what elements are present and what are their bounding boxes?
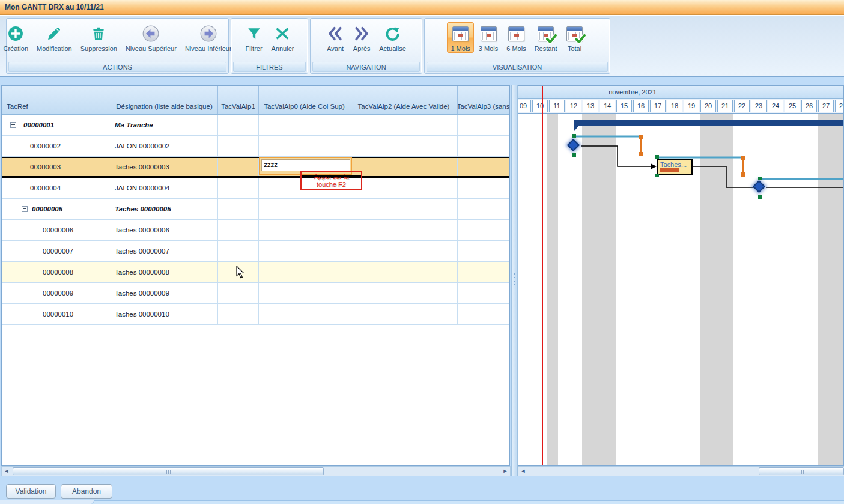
table-row[interactable]: 00000006Taches 00000006 [2, 220, 509, 241]
cell-value[interactable] [458, 178, 509, 198]
cell-tacref[interactable]: 00000001 [2, 115, 111, 135]
table-hscrollbar[interactable]: ◄ ► [1, 466, 511, 476]
scroll-left-icon[interactable]: ◄ [2, 467, 11, 475]
validation-button[interactable]: Validation [6, 484, 56, 499]
link-handle-orange[interactable] [741, 156, 745, 160]
cell-value[interactable] [350, 199, 458, 219]
table-row[interactable]: 00000004JALON 00000004 [2, 178, 509, 199]
suppression-button[interactable]: Suppression [77, 22, 121, 53]
cell-value[interactable] [218, 199, 259, 219]
cell-value[interactable] [458, 241, 509, 261]
cell-value[interactable] [350, 262, 458, 282]
cell-value[interactable] [218, 178, 259, 198]
cell-value[interactable] [218, 220, 259, 240]
collapse-toggle-icon[interactable] [22, 206, 28, 212]
milestone-handle[interactable] [572, 134, 576, 138]
cell-designation[interactable]: Taches 00000007 [111, 241, 218, 261]
collapse-toggle-icon[interactable] [10, 122, 16, 128]
milestone-handle[interactable] [572, 153, 576, 157]
niveau-inferieur-button[interactable]: Niveau Inférieur [181, 22, 235, 53]
summary-task-bar[interactable] [574, 120, 843, 126]
cell-value[interactable] [259, 283, 350, 303]
table-row[interactable]: 00000002JALON 00000002 [2, 136, 509, 157]
cell-value[interactable] [218, 158, 259, 176]
cell-value[interactable] [458, 158, 509, 176]
cell-value[interactable] [350, 241, 458, 261]
vue-3-mois-button[interactable]: 3 Mois [475, 22, 502, 53]
actualise-button[interactable]: Actualise [375, 22, 410, 53]
cell-value[interactable] [218, 115, 259, 135]
cell-designation[interactable]: Taches 00000005 [111, 199, 218, 219]
cell-value[interactable] [259, 115, 350, 135]
cell-tacref[interactable]: 00000007 [2, 241, 111, 261]
cell-value[interactable] [350, 115, 458, 135]
cell-designation[interactable]: Taches 00000008 [111, 262, 218, 282]
cell-value[interactable] [350, 283, 458, 303]
cell-designation[interactable]: Taches 00000009 [111, 283, 218, 303]
column-header[interactable]: TacValAlp2 (Aide Avec Valide) [350, 86, 458, 114]
cell-value[interactable] [350, 136, 458, 156]
cell-value[interactable] [259, 241, 350, 261]
column-header[interactable]: Désignation (liste aide basique) [111, 86, 218, 114]
cell-value[interactable] [458, 136, 509, 156]
cell-value[interactable] [218, 283, 259, 303]
niveau-superieur-button[interactable]: Niveau Supérieur [122, 22, 180, 53]
cell-value[interactable] [458, 199, 509, 219]
gantt-hscroll-thumb[interactable] [759, 467, 844, 475]
column-header[interactable]: TacRef [2, 86, 111, 114]
cell-designation[interactable]: Taches 00000006 [111, 220, 218, 240]
apres-button[interactable]: Après [349, 22, 374, 53]
table-row[interactable]: 00000007Taches 00000007 [2, 241, 509, 262]
gantt-hscrollbar[interactable]: ◄ [518, 466, 844, 476]
cell-tacref[interactable]: 00000003 [2, 158, 111, 176]
cell-value[interactable] [458, 283, 509, 303]
filtrer-button[interactable]: Filtrer [241, 22, 267, 53]
cell-value[interactable] [350, 220, 458, 240]
cell-value[interactable] [218, 136, 259, 156]
cell-value[interactable] [259, 220, 350, 240]
cell-edit-input[interactable]: zzzz [261, 159, 350, 171]
cell-value[interactable] [259, 304, 350, 324]
cell-designation[interactable]: Taches 00000010 [111, 304, 218, 324]
cell-tacref[interactable]: 00000004 [2, 178, 111, 198]
scroll-left-icon[interactable]: ◄ [519, 467, 527, 475]
vue-1-mois-button[interactable]: 1 Mois [447, 22, 473, 53]
cell-value[interactable] [259, 262, 350, 282]
column-header[interactable]: TacValAlp0 (Aide Col Sup) [259, 86, 350, 114]
task-handle[interactable] [655, 174, 659, 177]
cell-value[interactable] [350, 178, 458, 198]
avant-button[interactable]: Avant [323, 22, 348, 53]
title-bar[interactable]: Mon GANTT DRX au 10/11/21 [0, 0, 844, 15]
milestone-handle[interactable] [758, 195, 762, 199]
cell-tacref[interactable]: 00000006 [2, 220, 111, 240]
cell-value[interactable] [458, 262, 509, 282]
cell-value[interactable] [259, 199, 350, 219]
table-row[interactable]: 00000005Taches 00000005 [2, 199, 509, 220]
abandon-button[interactable]: Abandon [61, 484, 112, 499]
cell-value[interactable] [259, 136, 350, 156]
cell-tacref[interactable]: 00000005 [2, 199, 111, 219]
vue-6-mois-button[interactable]: 6 Mois [503, 22, 529, 53]
link-handle-orange[interactable] [639, 152, 643, 156]
table-row[interactable]: 00000010Taches 00000010 [2, 304, 509, 325]
cell-tacref[interactable]: 00000008 [2, 262, 111, 282]
vue-restant-button[interactable]: Restant [531, 22, 561, 53]
cell-designation[interactable]: JALON 00000002 [111, 136, 218, 156]
vue-total-button[interactable]: Total [562, 22, 587, 53]
cell-value[interactable] [458, 115, 509, 135]
milestone-handle[interactable] [758, 177, 762, 180]
cell-tacref[interactable]: 00000002 [2, 136, 111, 156]
cell-value[interactable] [458, 220, 509, 240]
column-header[interactable]: TacValAlp3 (sans [458, 86, 509, 114]
panel-splitter[interactable] [511, 85, 518, 476]
table-row[interactable]: 00000003Taches 00000003 [2, 157, 509, 178]
cell-designation[interactable]: Taches 00000003 [111, 158, 218, 176]
cell-designation[interactable]: JALON 00000004 [111, 178, 218, 198]
table-row[interactable]: 00000008Taches 00000008 [2, 262, 509, 283]
cell-value[interactable] [218, 241, 259, 261]
cell-designation[interactable]: Ma Tranche [111, 115, 218, 135]
link-handle-orange[interactable] [741, 172, 745, 177]
cell-value[interactable] [218, 304, 259, 324]
column-header[interactable]: TacValAlp1 [218, 86, 259, 114]
task-handle[interactable] [655, 155, 659, 159]
